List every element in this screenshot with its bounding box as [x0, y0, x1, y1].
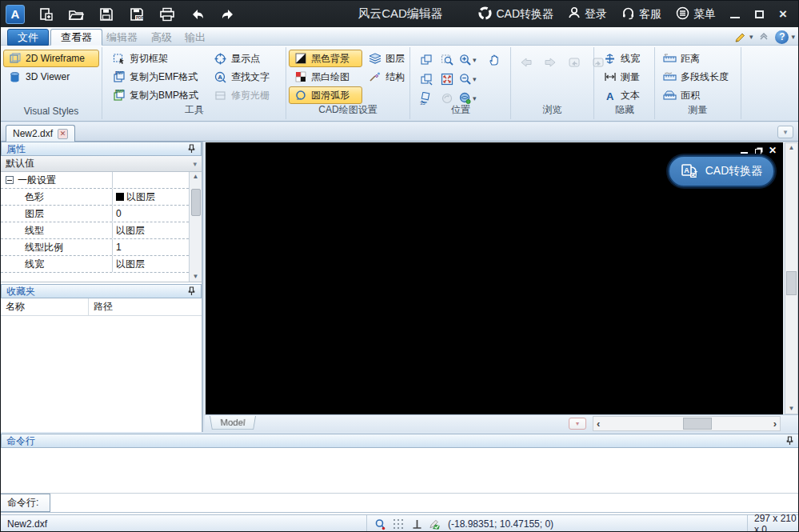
find-text-icon: A [214, 70, 227, 83]
pin-icon[interactable] [187, 286, 196, 296]
canvas-vertical-scrollbar[interactable]: ▲ ▼ [785, 142, 798, 414]
properties-scrollbar[interactable]: ▲ ▼ [189, 172, 202, 282]
canvas-horizontal-scrollbar[interactable]: ‹ › [593, 416, 781, 431]
property-row-linetype[interactable]: 线型 以图层 [1, 222, 189, 239]
layers-button[interactable]: 图层 [363, 50, 408, 67]
color-swatch [116, 193, 124, 201]
status-dimensions: 297 x 210 x 0 [747, 515, 799, 532]
cad-converter-pill-button[interactable]: ACAD CAD转换器 [668, 155, 775, 187]
tab-editor[interactable]: 编辑器 [97, 29, 147, 46]
subwindow-restore-icon[interactable] [755, 149, 761, 154]
measure-polyline-button[interactable]: 多段线长度 [658, 68, 738, 86]
view-forward-button[interactable] [541, 54, 559, 71]
model-tab[interactable]: Model [210, 416, 256, 430]
scroll-down-icon[interactable]: ▼ [193, 274, 199, 280]
document-tab[interactable]: New2.dxf ✕ [6, 125, 75, 142]
point-target-icon [214, 52, 227, 65]
annotate-pencil-button[interactable]: ▾ [734, 31, 753, 43]
print-button[interactable] [158, 5, 177, 24]
pan-hand-button[interactable] [486, 51, 504, 69]
undo-button[interactable] [188, 5, 207, 24]
grid-snap-icon[interactable] [392, 518, 405, 530]
2d-wireframe-button[interactable]: 2D Wireframe [3, 50, 99, 67]
doc-tab-close-icon[interactable]: ✕ [58, 129, 68, 139]
measure-area-button[interactable]: 面积 [658, 86, 738, 104]
pin-icon[interactable] [785, 436, 794, 446]
command-title: 命令行 [6, 434, 35, 448]
strip-chevron-down-button[interactable]: ▾ [777, 126, 793, 138]
save-as-pdf-button[interactable]: PDF [127, 5, 146, 24]
maximize-button[interactable] [749, 1, 769, 27]
copy-emf-button[interactable]: EMF 复制为EMF格式 [107, 68, 226, 86]
show-points-button[interactable]: 显示点 [209, 50, 284, 67]
draw-mode-icon[interactable] [429, 518, 441, 530]
area-icon [663, 89, 677, 102]
main-menu-button[interactable]: 菜单 [670, 1, 721, 27]
smooth-arc-button[interactable]: 圆滑弧形 [289, 86, 362, 104]
property-row-color[interactable]: 色彩 以图层 [1, 189, 189, 206]
tab-viewer[interactable]: 查看器 [50, 29, 102, 46]
ortho-mode-icon[interactable] [410, 518, 423, 530]
emf-file-icon: EMF [112, 70, 126, 83]
subwindow-close-icon[interactable]: ✕ [769, 146, 777, 155]
scroll-left-icon[interactable]: ‹ [597, 418, 600, 429]
property-row-layer[interactable]: 图层 0 [1, 206, 189, 222]
close-button[interactable]: × [773, 1, 793, 27]
clip-frame-button[interactable]: 剪切框架 [107, 50, 226, 67]
property-group-row[interactable]: 一般设置 [1, 172, 189, 189]
cad-converter-menu[interactable]: CAD转换器 [473, 1, 559, 27]
layout-chevron-down-button[interactable]: ▾ [569, 418, 586, 430]
preset-dropdown[interactable]: 默认值 ▾ [1, 156, 202, 172]
scroll-up-icon[interactable]: ▲ [193, 174, 199, 180]
collapse-ribbon-button[interactable] [759, 33, 769, 41]
save-button[interactable] [97, 5, 116, 24]
status-filename: New2.dxf [1, 515, 367, 532]
zoom-window-button[interactable] [438, 51, 456, 69]
zoom-in-button[interactable]: ▾ [459, 54, 486, 66]
zoom-out-button[interactable]: ▾ [459, 73, 486, 86]
trim-raster-button[interactable]: 修剪光栅 [209, 86, 284, 104]
command-history[interactable] [1, 448, 799, 494]
menu-tab-row: 文件 查看器 编辑器 高级 输出 ▾ ? ▾ [1, 27, 799, 46]
layers-icon [368, 52, 382, 65]
copy-view-button[interactable] [417, 70, 435, 88]
drawing-canvas[interactable]: ✕ ACAD CAD转换器 [206, 142, 783, 414]
scroll-down-icon[interactable]: ▼ [789, 406, 795, 412]
login-menu[interactable]: 登录 [562, 1, 613, 27]
view-undo-button[interactable] [565, 54, 583, 71]
command-input[interactable] [50, 494, 799, 512]
pan-pages-button[interactable] [417, 51, 435, 69]
open-file-button[interactable] [66, 5, 86, 24]
hide-measure-button[interactable]: 测量 [598, 68, 651, 86]
group-label-browse: 浏览 [511, 103, 593, 117]
locate-point-icon[interactable] [374, 518, 386, 530]
support-menu[interactable]: 客服 [616, 1, 667, 27]
favorites-col-name[interactable]: 名称 [1, 298, 89, 315]
scroll-up-icon[interactable]: ▲ [789, 145, 795, 151]
bw-drawing-button[interactable]: 黑白绘图 [289, 68, 362, 86]
property-row-lineweight[interactable]: 线宽 以图层 [1, 256, 189, 273]
measure-distance-button[interactable]: 距离 [658, 50, 738, 67]
collapse-minus-icon[interactable] [6, 176, 14, 184]
help-button[interactable]: ? ▾ [775, 30, 795, 44]
hide-text-button[interactable]: A 文本 [598, 86, 651, 104]
group-visual-styles: 2D Wireframe 3D Viewer Visual Styles [1, 47, 102, 119]
black-background-button[interactable]: 黑色背景 [289, 50, 362, 67]
3d-viewer-button[interactable]: 3D Viewer [3, 68, 99, 86]
find-text-button[interactable]: A 查找文字 [209, 68, 284, 86]
redo-button[interactable] [218, 5, 238, 24]
structure-button[interactable]: 结构 [363, 68, 408, 86]
pin-icon[interactable] [187, 144, 196, 154]
new-file-button[interactable] [36, 5, 55, 24]
view-back-button[interactable] [517, 54, 535, 71]
subwindow-minimize-icon[interactable] [741, 152, 748, 154]
fit-extents-button[interactable] [438, 70, 456, 88]
tab-file[interactable]: 文件 [7, 29, 49, 46]
tab-output[interactable]: 输出 [175, 29, 215, 46]
property-row-ltscale[interactable]: 线型比例 1 [1, 239, 189, 256]
favorites-col-path[interactable]: 路径 [89, 300, 113, 314]
scroll-right-icon[interactable]: › [773, 418, 777, 429]
hide-linewidth-button[interactable]: 线宽 [598, 50, 651, 67]
minimize-button[interactable] [725, 1, 745, 27]
copy-bmp-button[interactable]: BMP 复制为BMP格式 [107, 86, 226, 104]
